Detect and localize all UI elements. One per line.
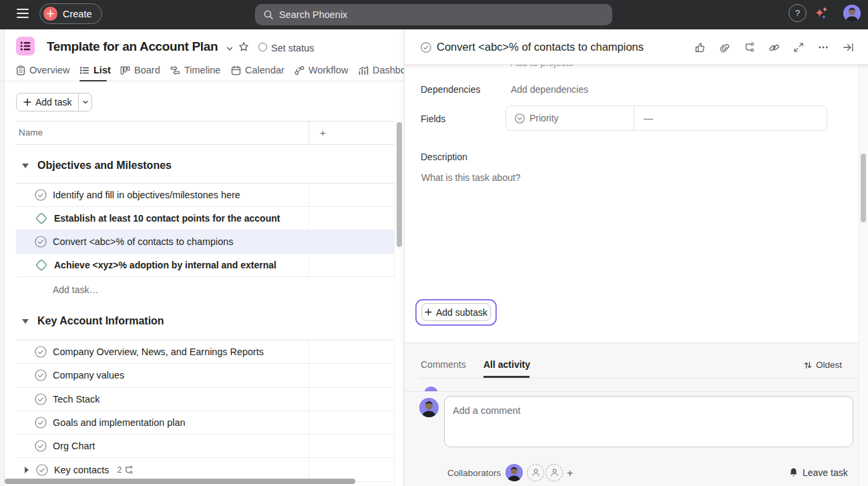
task-row[interactable]: Company values xyxy=(16,364,394,387)
task-check-icon[interactable] xyxy=(35,417,47,429)
active-tab-underline xyxy=(79,80,107,82)
add-subtask-button[interactable]: Add subtask xyxy=(421,303,491,321)
dependencies-label: Dependencies xyxy=(421,84,481,95)
person-icon xyxy=(531,468,540,477)
expand-caret-icon[interactable] xyxy=(25,467,29,473)
subtask-count: 2 xyxy=(117,465,134,475)
add-subtask-button-header[interactable] xyxy=(743,41,755,53)
priority-value[interactable]: — xyxy=(634,106,653,130)
ai-sparkles-icon[interactable] xyxy=(813,5,831,22)
list-icon xyxy=(79,65,89,75)
like-button[interactable] xyxy=(694,41,706,53)
title-chevron-down-icon[interactable] xyxy=(226,43,234,55)
milestone-row[interactable]: Achieve <xyz>% adoption by internal and … xyxy=(16,254,394,277)
plus-circle-icon xyxy=(43,7,57,21)
task-check-icon[interactable] xyxy=(36,464,48,476)
search-placeholder: Search Phoenix xyxy=(279,9,347,20)
add-task-button[interactable]: Add task xyxy=(16,93,92,111)
board-icon xyxy=(120,65,130,75)
comment-input[interactable]: Add a comment xyxy=(444,396,853,447)
task-check-icon[interactable] xyxy=(35,236,47,248)
tab-timeline[interactable]: Timeline xyxy=(170,65,220,75)
section-collapse-caret-icon[interactable] xyxy=(22,319,29,324)
add-task-inline[interactable]: Add task… xyxy=(53,284,98,295)
task-row-selected[interactable]: Convert <abc>% of contacts to champions xyxy=(16,230,394,254)
task-row[interactable]: Identify and fill in objectives/mileston… xyxy=(16,184,394,207)
task-row[interactable]: Tech Stack xyxy=(16,388,394,411)
description-label: Description xyxy=(421,152,467,162)
task-row[interactable]: Company Overview, News, and Earnings Rep… xyxy=(16,340,394,364)
task-row[interactable]: Org Chart xyxy=(16,435,394,458)
fields-table: Priority — xyxy=(505,105,827,131)
attachment-button[interactable] xyxy=(718,41,730,53)
collaborator-avatar[interactable] xyxy=(505,464,523,481)
add-collaborator-button[interactable]: + xyxy=(567,467,573,479)
task-detail-panel: Convert <abc>% of contacts to champions xyxy=(404,29,868,486)
tab-all-activity[interactable]: All activity xyxy=(483,359,530,370)
add-task-dropdown[interactable] xyxy=(78,93,91,111)
section-header-key-account[interactable]: Key Account Information xyxy=(0,314,395,330)
set-status-label[interactable]: Set status xyxy=(271,43,314,53)
person-icon xyxy=(550,468,559,477)
tab-workflow[interactable]: Workflow xyxy=(294,65,348,75)
objectives-task-table: Identify and fill in objectives/mileston… xyxy=(16,183,395,278)
description-placeholder[interactable]: What is this task about? xyxy=(421,172,521,183)
add-column-button[interactable]: + xyxy=(320,127,326,138)
tab-list[interactable]: List xyxy=(79,65,111,75)
tab-calendar[interactable]: Calendar xyxy=(231,65,284,75)
milestone-diamond-icon[interactable] xyxy=(35,212,48,225)
create-button[interactable]: Create xyxy=(39,3,102,24)
plus-icon xyxy=(425,308,432,316)
collaborators-label: Collaborators xyxy=(447,468,501,478)
section-header-objectives[interactable]: Objectives and Milestones xyxy=(0,158,395,174)
task-check-icon[interactable] xyxy=(35,440,47,452)
section-title: Objectives and Milestones xyxy=(37,160,172,172)
task-complete-check-icon[interactable] xyxy=(421,42,431,55)
milestone-diamond-icon[interactable] xyxy=(35,258,48,272)
task-check-icon[interactable] xyxy=(35,189,47,201)
detail-actions xyxy=(694,41,854,53)
tab-overview[interactable]: Overview xyxy=(16,65,69,75)
tab-board[interactable]: Board xyxy=(120,65,160,75)
table-header: Name + xyxy=(16,121,395,145)
calendar-icon xyxy=(231,65,241,75)
task-check-icon[interactable] xyxy=(35,393,47,405)
vertical-scrollbar[interactable] xyxy=(397,122,402,247)
more-options-button[interactable] xyxy=(817,41,829,53)
favorite-star-icon[interactable] xyxy=(238,41,249,55)
invite-avatar-placeholder[interactable] xyxy=(527,464,544,481)
collapsed-sidebar-gutter[interactable] xyxy=(0,29,5,486)
copy-link-button[interactable] xyxy=(768,41,780,53)
tab-comments[interactable]: Comments xyxy=(421,359,466,370)
invite-avatar-placeholder[interactable] xyxy=(546,464,563,481)
fields-label: Fields xyxy=(421,113,445,124)
sort-order-button[interactable]: Oldest xyxy=(803,360,842,370)
horizontal-scrollbar[interactable] xyxy=(5,479,355,484)
detail-task-title: Convert <abc>% of contacts to champions xyxy=(437,41,644,53)
priority-field[interactable]: Priority xyxy=(506,106,634,130)
leave-task-button[interactable]: Leave task xyxy=(789,467,848,478)
composer-avatar xyxy=(419,398,439,417)
task-check-icon[interactable] xyxy=(35,346,47,358)
add-to-projects-clipped[interactable]: Add to projects xyxy=(511,65,644,69)
workflow-icon xyxy=(294,65,304,75)
hamburger-menu-icon[interactable] xyxy=(17,9,29,21)
name-column-header[interactable]: Name xyxy=(19,128,43,138)
close-panel-button[interactable] xyxy=(842,41,854,53)
user-avatar[interactable] xyxy=(843,5,861,22)
list-glyph-icon xyxy=(20,41,31,51)
expand-button[interactable] xyxy=(793,41,805,53)
detail-scrollbar-track[interactable] xyxy=(859,65,868,486)
dashboard-icon xyxy=(359,65,369,75)
set-status-circle-icon[interactable] xyxy=(258,43,267,51)
help-button[interactable]: ? xyxy=(789,4,807,22)
section-collapse-caret-icon[interactable] xyxy=(22,164,29,168)
search-icon xyxy=(263,9,274,20)
add-dependencies-button[interactable]: Add dependencies xyxy=(511,84,588,95)
task-check-icon[interactable] xyxy=(35,369,47,381)
milestone-row[interactable]: Establish at least 10 contact points for… xyxy=(16,207,394,230)
detail-scrollbar-thumb[interactable] xyxy=(861,154,866,222)
search-input[interactable]: Search Phoenix xyxy=(255,4,612,25)
task-row[interactable]: Goals and implementation plan xyxy=(16,411,394,435)
project-icon[interactable] xyxy=(16,37,35,55)
